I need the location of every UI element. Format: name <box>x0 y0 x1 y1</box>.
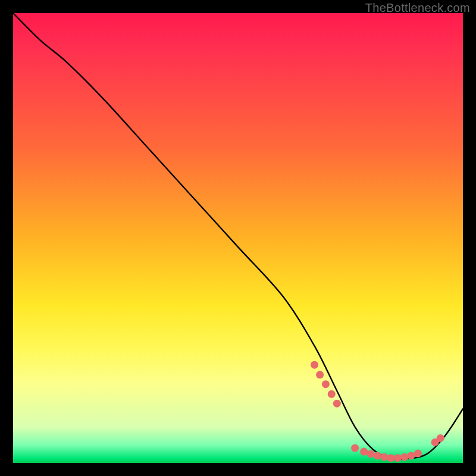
highlight-dot <box>333 400 341 408</box>
highlight-dot <box>408 452 415 459</box>
highlight-dot <box>360 448 368 456</box>
highlight-dot <box>351 444 359 452</box>
highlight-dot <box>374 452 381 459</box>
highlight-dot <box>311 361 318 369</box>
chart-svg <box>13 13 463 463</box>
highlight-dot <box>316 371 324 378</box>
bottleneck-curve <box>13 13 463 459</box>
watermark-text: TheBottleneck.com <box>365 1 470 15</box>
highlight-dots <box>311 361 444 462</box>
highlight-dot <box>414 450 422 458</box>
highlight-dot <box>437 434 444 442</box>
highlight-dot <box>387 454 395 462</box>
highlight-dot <box>400 453 408 461</box>
highlight-dot <box>380 453 388 461</box>
highlight-dot <box>328 390 336 398</box>
highlight-dot <box>367 450 375 458</box>
chart-frame: TheBottleneck.com <box>0 0 476 476</box>
highlight-dot <box>394 454 402 462</box>
highlight-dot <box>322 380 330 388</box>
